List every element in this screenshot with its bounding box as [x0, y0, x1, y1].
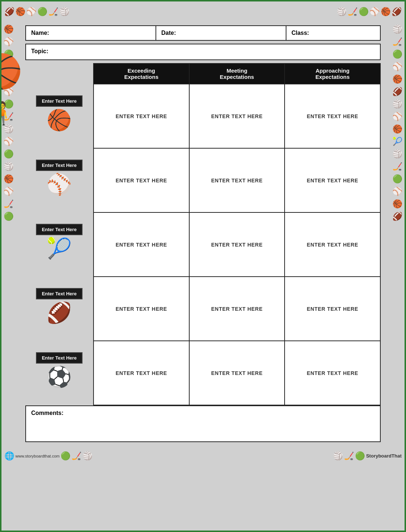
border-ball: 🏀 [4, 25, 14, 34]
topic-field[interactable]: Topic: [25, 44, 381, 60]
class-label: Class: [292, 30, 309, 36]
border-ball: 🏈 [392, 87, 402, 96]
row-1-col2-text: ENTER TEXT HERE [211, 113, 263, 119]
border-ball: 🟢 [4, 149, 14, 159]
label-header-spacer [25, 63, 93, 81]
border-ball: ⚾ [4, 37, 14, 47]
border-ball: 🟢 [61, 451, 70, 461]
border-ball: ⚾ [392, 187, 402, 196]
row-1-col2-cell[interactable]: ENTER TEXT HERE [189, 84, 285, 148]
border-ball: 🏐 [4, 162, 14, 171]
row-5-label-button[interactable]: Enter Text Here [36, 352, 83, 364]
right-border: 🏐 🏒 🟢 ⚾ 🏀 🏈 🏐 ⚾ 🏀 🎾 🏐 🏒 🟢 ⚾ 🏀 🏈 [392, 22, 402, 510]
row-2-col3-text: ENTER TEXT HERE [307, 178, 358, 183]
border-ball: 🏈 [392, 212, 402, 221]
top-border: 🏈 🏀 ⚾ 🟢 🏒 🏐 🏐 🏒 🟢 ⚾ 🏀 🏈 [1, 1, 405, 22]
row-5-ball-icon: ⚽ [47, 365, 72, 389]
date-field[interactable]: Date: [156, 26, 286, 40]
table-header-row: ExceedingExpectations MeetingExpectation… [94, 63, 380, 84]
border-ball: ⚾ [392, 112, 402, 121]
col3-header-text: ApproachingExpectations [315, 68, 350, 80]
col2-header-text: MeetingExpectations [220, 68, 254, 80]
row-4-col1-text: ENTER TEXT HERE [116, 306, 167, 312]
border-ball: 🟢 [392, 174, 402, 184]
row-4-col2-text: ENTER TEXT HERE [211, 306, 263, 312]
border-ball: 🏀 [381, 7, 391, 17]
name-field[interactable]: Name: [26, 26, 156, 40]
row-3-ball-icon: 🎾 [47, 237, 72, 260]
border-ball: 🏐 [392, 99, 402, 109]
border-ball: ⚾ [4, 137, 14, 146]
header-info-row: Name: Date: Class: [25, 25, 381, 41]
border-ball: 🟢 [392, 50, 402, 59]
col1-header: ExceedingExpectations [94, 63, 189, 84]
table-row: ENTER TEXT HERE ENTER TEXT HERE ENTER TE… [94, 212, 380, 277]
row-3-label-container: Enter Text Here 🎾 [25, 210, 93, 274]
border-ball: 🏒 [344, 451, 354, 461]
row-2-col1-cell[interactable]: ENTER TEXT HERE [94, 148, 189, 212]
border-ball: ⚾ [370, 7, 380, 17]
row-2-col1-text: ENTER TEXT HERE [116, 178, 167, 183]
row-1-label-button[interactable]: Enter Text Here [36, 95, 83, 107]
table-row: ENTER TEXT HERE ENTER TEXT HERE ENTER TE… [94, 341, 380, 405]
row-4-label-button[interactable]: Enter Text Here [36, 288, 83, 299]
col1-header-text: ExceedingExpectations [124, 68, 158, 80]
row-3-col2-text: ENTER TEXT HERE [211, 242, 263, 248]
border-ball: 🏈 [4, 7, 14, 17]
border-ball: 🟢 [4, 212, 14, 221]
row-4-col3-cell[interactable]: ENTER TEXT HERE [285, 277, 380, 341]
row-1-ball-icon: 🏀 [47, 108, 72, 132]
border-ball: 🏐 [83, 451, 92, 461]
row-3-col3-cell[interactable]: ENTER TEXT HERE [285, 212, 380, 277]
border-ball: 🏀 [392, 124, 402, 134]
row-4-col3-text: ENTER TEXT HERE [307, 306, 358, 312]
border-ball: 🏐 [337, 7, 347, 17]
row-5-col3-text: ENTER TEXT HERE [307, 370, 358, 376]
border-ball: 🏒 [348, 7, 358, 17]
row-3-label-button[interactable]: Enter Text Here [36, 224, 83, 235]
website-text: www.storyboardthat.com [15, 454, 59, 458]
border-ball: 🟢 [359, 7, 369, 17]
border-ball: 🎾 [392, 137, 402, 146]
border-ball: 🏐 [392, 25, 402, 34]
name-label: Name: [31, 30, 49, 36]
class-field[interactable]: Class: [286, 26, 380, 40]
border-ball: 🏐 [392, 149, 402, 159]
topic-label: Topic: [31, 48, 48, 54]
row-5-col1-cell[interactable]: ENTER TEXT HERE [94, 341, 189, 405]
border-ball: 🟢 [37, 7, 47, 17]
date-label: Date: [161, 30, 176, 36]
border-ball: 🏀 [4, 174, 14, 184]
border-ball: 🏀 [392, 199, 402, 209]
row-5-col2-cell[interactable]: ENTER TEXT HERE [189, 341, 285, 405]
row-5-label-container: Enter Text Here ⚽ [25, 338, 93, 402]
row-3-col3-text: ENTER TEXT HERE [307, 242, 358, 248]
row-1-col3-text: ENTER TEXT HERE [307, 113, 358, 119]
table-row: ENTER TEXT HERE ENTER TEXT HERE ENTER TE… [94, 148, 380, 212]
row-2-col3-cell[interactable]: ENTER TEXT HERE [285, 148, 380, 212]
border-ball: 🏒 [392, 162, 402, 171]
rubric-table-section: Enter Text Here 🏀 Enter Text Here ⚾ Ente… [25, 63, 381, 405]
border-ball: 🏒 [48, 7, 58, 17]
page: 🏈 🏀 ⚾ 🟢 🏒 🏐 🏐 🏒 🟢 ⚾ 🏀 🏈 🏀 ⚾ 🟢 🏒 🏐 ⚾ 🟢 🏒 … [0, 0, 406, 532]
basketball-player-icon: 🏀 🧍 [0, 52, 22, 128]
row-5-col2-text: ENTER TEXT HERE [211, 370, 263, 376]
border-ball: 🏀 [392, 74, 402, 84]
row-1-col3-cell[interactable]: ENTER TEXT HERE [285, 84, 380, 148]
row-4-label-container: Enter Text Here 🏈 [25, 274, 93, 338]
border-ball: ⚾ [392, 62, 402, 72]
row-1-col1-cell[interactable]: ENTER TEXT HERE [94, 84, 189, 148]
table-row: ENTER TEXT HERE ENTER TEXT HERE ENTER TE… [94, 84, 380, 148]
rubric-table: ExceedingExpectations MeetingExpectation… [93, 63, 381, 405]
comments-section[interactable]: Comments: [25, 405, 381, 442]
row-3-col1-cell[interactable]: ENTER TEXT HERE [94, 212, 189, 277]
row-3-col2-cell[interactable]: ENTER TEXT HERE [189, 212, 285, 277]
row-4-col2-cell[interactable]: ENTER TEXT HERE [189, 277, 285, 341]
row-5-col3-cell[interactable]: ENTER TEXT HERE [285, 341, 380, 405]
row-4-col1-cell[interactable]: ENTER TEXT HERE [94, 277, 189, 341]
row-2-col2-cell[interactable]: ENTER TEXT HERE [189, 148, 285, 212]
row-2-label-button[interactable]: Enter Text Here [36, 160, 83, 171]
border-ball: 🏐 [333, 451, 343, 461]
border-ball: 🟢 [355, 451, 365, 461]
row-1-col1-text: ENTER TEXT HERE [116, 113, 167, 119]
